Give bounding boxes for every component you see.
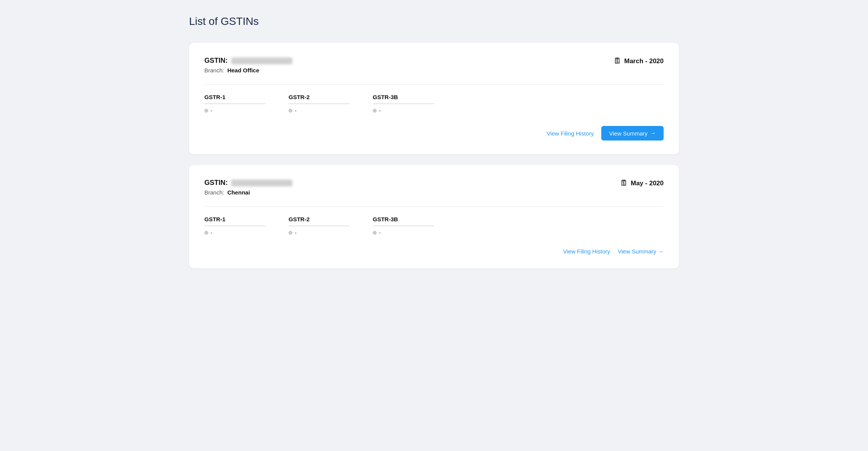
gstr3b-item-2: GSTR-3B -	[373, 216, 434, 236]
page-container: List of GSTINs GSTIN: Branch: Head Offic…	[166, 0, 702, 294]
gstr3b-item-1: GSTR-3B -	[373, 94, 434, 114]
status-dot-gstr1-1	[204, 109, 208, 113]
status-dot-gstr3b-1	[373, 109, 377, 113]
view-summary-button-1[interactable]: View Summary →	[601, 126, 664, 141]
gstr1-item-1: GSTR-1 -	[204, 94, 266, 114]
gstin-card-1: GSTIN: Branch: Head Office 🗓 March - 202…	[189, 43, 679, 154]
calendar-icon-1: 🗓	[613, 57, 621, 65]
gstr2-item-2: GSTR-2 -	[289, 216, 350, 236]
date-text-2: May - 2020	[631, 180, 664, 187]
card-footer-2: View Filing History View Summary →	[204, 248, 664, 255]
gstr2-label-2: GSTR-2	[289, 216, 350, 226]
gstr1-label-1: GSTR-1	[204, 94, 266, 104]
gstr1-value-1: -	[204, 107, 266, 114]
card-header-1: GSTIN: Branch: Head Office 🗓 March - 202…	[204, 57, 664, 74]
gstr2-label-1: GSTR-2	[289, 94, 350, 104]
status-dot-gstr2-1	[289, 109, 292, 113]
arrow-icon-1: →	[650, 130, 656, 137]
gstin-info-1: GSTIN: Branch: Head Office	[204, 57, 292, 74]
view-filing-history-button-2[interactable]: View Filing History	[563, 248, 610, 255]
gstr-row-2: GSTR-1 - GSTR-2 - GSTR-3B -	[204, 216, 664, 236]
gstr2-item-1: GSTR-2 -	[289, 94, 350, 114]
gstr3b-label-2: GSTR-3B	[373, 216, 434, 226]
gstin-card-2: GSTIN: Branch: Chennai 🗓 May - 2020 GSTR…	[189, 165, 679, 268]
status-dot-gstr1-2	[204, 231, 208, 235]
gstr2-value-2: -	[289, 229, 350, 236]
branch-info-2: Branch: Chennai	[204, 189, 292, 196]
status-dot-gstr3b-2	[373, 231, 377, 235]
divider-1	[204, 84, 664, 85]
gstr1-item-2: GSTR-1 -	[204, 216, 266, 236]
card-header-2: GSTIN: Branch: Chennai 🗓 May - 2020	[204, 179, 664, 196]
status-dot-gstr2-2	[289, 231, 292, 235]
divider-2	[204, 206, 664, 207]
gstin-value-blurred-1	[231, 57, 292, 64]
gstr1-label-2: GSTR-1	[204, 216, 266, 226]
date-badge-2: 🗓 May - 2020	[620, 179, 664, 188]
date-text-1: March - 2020	[624, 57, 664, 65]
branch-name-2: Chennai	[227, 189, 250, 196]
gstin-label-2: GSTIN:	[204, 179, 292, 187]
gstr3b-value-1: -	[373, 107, 434, 114]
date-badge-1: 🗓 March - 2020	[613, 57, 664, 65]
gstin-value-blurred-2	[231, 180, 292, 186]
gstr3b-label-1: GSTR-3B	[373, 94, 434, 104]
branch-name-1: Head Office	[227, 67, 259, 74]
branch-info-1: Branch: Head Office	[204, 67, 292, 74]
gstin-info-2: GSTIN: Branch: Chennai	[204, 179, 292, 196]
calendar-icon-2: 🗓	[620, 179, 628, 188]
gstr-row-1: GSTR-1 - GSTR-2 - GSTR-3B -	[204, 94, 664, 114]
page-title: List of GSTINs	[189, 15, 679, 28]
gstr3b-value-2: -	[373, 229, 434, 236]
gstin-label-1: GSTIN:	[204, 57, 292, 65]
view-filing-history-button-1[interactable]: View Filing History	[547, 130, 594, 137]
gstr1-value-2: -	[204, 229, 266, 236]
card-footer-1: View Filing History View Summary →	[204, 126, 664, 141]
view-summary-button-2[interactable]: View Summary →	[618, 248, 664, 255]
gstr2-value-1: -	[289, 107, 350, 114]
